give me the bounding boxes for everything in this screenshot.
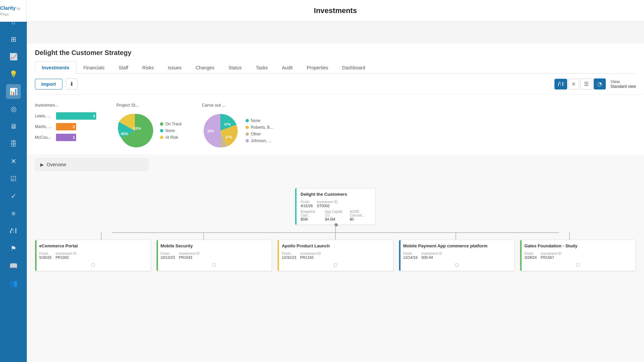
tab-investments[interactable]: Investments [35,61,76,74]
root-budgeted-field: Budgeted Capi... $5M [301,210,322,221]
child-node-2[interactable]: Mobile Security Finish 10/12/23 Investme… [156,240,272,271]
tasks-icon[interactable]: ≡ [6,206,21,221]
root-node-title: Delight the Customers [301,192,371,197]
sidebar: C ⌂ ⊞ 📈 💡 📊 ◎ 🖥 🗄 ✕ ☑ ✓ ≡ ⛙ ⚑ 📖 👥 [0,0,27,362]
bar-fill-2: 2 [56,123,76,130]
bar-val-1: 4 [93,114,95,118]
root-agg-field: Agg Capital Co... $4.6M [325,210,346,221]
legend-label-other: Other [251,132,261,136]
hierarchy-view-button[interactable]: ⛙ [554,79,567,89]
child5-bar [520,240,522,271]
chevron-right-icon: ▶ [40,162,44,167]
download-icon: ⬇ [69,81,74,87]
bar-row-1: Lewis, ... 4 [35,112,96,120]
child5-fields: Finish 3/28/24 Investment ID PR1567 [524,252,632,259]
bar-val-3: 2 [73,135,75,139]
overview-section[interactable]: ▶ Overview [35,158,149,171]
view-label: View [610,79,636,84]
root-finish-field: Finish 4/15/26 [301,200,313,208]
grid-icon[interactable]: ⊞ [6,32,21,47]
pie-chart1-with-legend: 53% 40% On Track None At Risk [116,112,182,149]
child3-id-label: Investment ID [300,252,321,255]
target-icon[interactable]: ◎ [6,102,21,116]
cross-icon[interactable]: ✕ [6,154,21,169]
child4-title: Mobile Payment App commerce platform [403,243,511,248]
bar-chart-container: Investmen... Lewis, ... 4 Martin, ... 2 [35,103,96,149]
child1-bar [35,240,37,271]
pie-chart1-svg: 53% 40% [116,112,153,149]
bar-outer-1: 4 [56,112,96,120]
import-button[interactable]: Import [35,79,62,89]
child4-expand-icon: ⬡ [403,262,511,267]
breadcrumb: Delight the Customer Strategy [35,49,636,57]
legend-item-none2: None [246,118,273,123]
bar-label-2: Martin, ... [35,124,53,129]
book-icon[interactable]: 📖 [6,258,21,273]
child2-id-val: PR1043 [179,255,200,259]
child4-bar [399,240,400,271]
child3-finish-val: 12/31/23 [282,255,296,259]
tab-changes[interactable]: Changes [189,61,221,74]
pie2-label-27: 27% [225,135,232,139]
list-check-icon[interactable]: ☑ [6,171,21,186]
child1-finish-label: Finish [39,252,52,255]
monitor-icon[interactable]: 🖥 [6,119,21,134]
pie-view-button[interactable]: ◔ [594,78,606,89]
people-icon[interactable]: 👥 [6,276,21,291]
tab-bar: Investments Financials Staff Risks Issue… [35,61,636,74]
child-node-5[interactable]: Gates Foundation - Study Finish 3/28/24 … [520,240,636,271]
child4-finish-label: Finish [403,252,418,255]
legend-item-atrisk: At Risk [160,135,182,140]
pie-chart1-title: Project St... [116,103,139,108]
child5-id: Investment ID PR1567 [541,252,561,259]
child1-expand-icon: ⬡ [39,262,147,267]
database-icon[interactable]: 🗄 [6,136,21,151]
tab-dashboard[interactable]: Dashboard [335,61,372,74]
check-icon[interactable]: ✓ [6,189,21,203]
main-content: Delight the Customer Strategy Investment… [27,44,644,362]
tab-financials[interactable]: Financials [76,61,112,74]
child2-fields: Finish 10/12/23 Investment ID PR1043 [161,252,268,259]
tree-root: Delight the Customers Finish 4/15/26 Inv… [295,188,376,225]
child2-finish-label: Finish [161,252,175,255]
tab-staff[interactable]: Staff [112,61,136,74]
child-node-4[interactable]: Mobile Payment App commerce platform Fin… [399,240,515,271]
root-budgeted-val: $5M [301,217,322,221]
hierarchy-icon[interactable]: ⛙ [6,224,21,238]
child4-finish-val: 12/14/18 [403,255,418,259]
child-node-1[interactable]: eCommerce Portal Finish 5/26/25 Investme… [35,240,151,271]
bar-chart-icon[interactable]: 📊 [6,84,21,99]
download-button[interactable]: ⬇ [66,78,77,89]
flag-icon[interactable]: ⚑ [6,241,21,256]
tab-properties[interactable]: Properties [300,61,335,74]
tab-audit[interactable]: Audit [275,61,300,74]
tab-risks[interactable]: Risks [135,61,161,74]
child5-title: Gates Foundation - Study [524,243,632,248]
tab-tasks[interactable]: Tasks [249,61,275,74]
view-label-area: View Standard view [610,79,636,89]
child2-id-label: Investment ID [179,252,200,255]
bar-chart-title: Investmen... [35,103,96,108]
rows-view-button[interactable]: ☰ [580,78,592,89]
page-title: Investments [314,6,357,15]
child1-fields: Finish 5/26/25 Investment ID PR1002 [39,252,147,259]
tab-status[interactable]: Status [221,61,249,74]
child-node-3[interactable]: Apollo Product Launch Finish 12/31/23 In… [277,240,393,271]
root-node-card[interactable]: Delight the Customers Finish 4/15/26 Inv… [295,188,376,225]
chart-line-icon[interactable]: 📈 [6,49,21,64]
connector-v-child5 [569,232,570,240]
bulb-icon[interactable]: 💡 [6,67,21,81]
child3-id-val: PR1150 [300,255,321,259]
child5-finish: Finish 3/28/24 [524,252,537,259]
top-bar: Investments [27,0,644,22]
pie-chart1-container: Project St... 53% 40% [116,103,182,149]
legend-dot-atrisk [160,136,163,139]
root-id-label: Investment ID [317,200,338,204]
connector-v-child2 [203,232,204,240]
child4-id: Investment ID 000-04 [422,252,442,259]
list-view-button[interactable]: ≡ [569,79,579,89]
bar-row-3: McCou... 2 [35,134,96,141]
root-acme-field: ACME Calculat... $0 [350,210,371,221]
tab-issues[interactable]: Issues [161,61,189,74]
child1-id-val: PR1002 [56,255,76,259]
